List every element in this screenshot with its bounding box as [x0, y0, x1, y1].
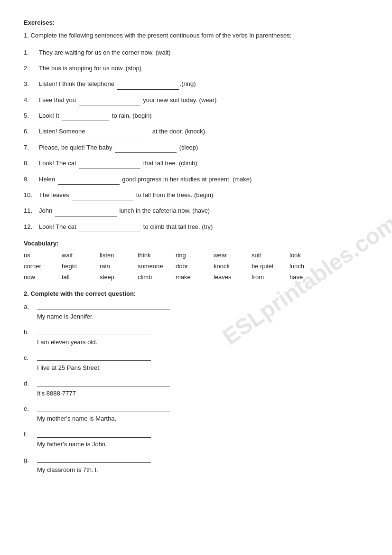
item-text-11: John lunch in the cafeteria now. (have) — [39, 205, 210, 216]
item-text-7: Please, be quiet! The baby (sleep) — [39, 142, 198, 153]
answer-text-b: I am eleven years old. — [37, 338, 368, 348]
q-letter-g: g. — [24, 456, 33, 463]
vocab-row-2: corner begin rain someone door knock be … — [24, 263, 368, 270]
blank-11[interactable] — [55, 210, 117, 216]
vocab-word-door: door — [176, 263, 214, 270]
vocabulary-section: Vocabulary: us wait listen think ring we… — [24, 240, 368, 281]
section2-instruction: 2. Complete with the correct question: — [24, 290, 368, 297]
blank-10[interactable] — [72, 194, 133, 200]
exercise-item-7: 7. Please, be quiet! The baby (sleep) — [24, 142, 368, 153]
item-text-8: Look! The cat that tall tree. (climb) — [39, 158, 197, 169]
blank-3[interactable] — [117, 83, 179, 90]
q-block-b: b. I am eleven years old. — [24, 329, 368, 348]
vocab-word-lunch: lunch — [289, 263, 327, 270]
exercise-item-5: 5. Look! It to rain. (begin) — [24, 110, 368, 121]
section2: 2. Complete with the correct question: a… — [24, 290, 368, 475]
vocab-word-us: us — [24, 252, 62, 259]
exercise-item-9: 9. Helen good progress in her studies at… — [24, 174, 368, 185]
item-num-1: 1. — [24, 47, 37, 58]
q-letter-a: a. — [24, 303, 33, 310]
answer-line-e[interactable] — [37, 405, 170, 412]
vocab-word-from: from — [252, 273, 289, 281]
answer-line-g[interactable] — [37, 456, 151, 463]
answer-text-f: My father's name is John. — [37, 440, 368, 450]
blank-12[interactable] — [79, 226, 140, 232]
exercise-item-6: 6. Listen! Someone at the door. (knock) — [24, 126, 368, 137]
vocab-word-tall: tall — [62, 273, 100, 281]
q-block-c: c. I live at 25 Paris Street. — [24, 354, 368, 373]
q-letter-d: d. — [24, 380, 33, 387]
vocab-word-corner: corner — [24, 263, 62, 270]
answer-text-a: My name is Jennifer. — [37, 312, 368, 322]
exercise-list: 1. They are waiting for us on the corner… — [24, 47, 368, 233]
item-text-2: The bus is stopping for us now. (stop) — [39, 63, 141, 74]
vocab-word-bequiet: be quiet — [252, 263, 289, 270]
section1-instruction: 1. Complete the following sentences with… — [24, 31, 368, 40]
answer-line-c[interactable] — [37, 354, 151, 361]
blank-9[interactable] — [58, 178, 120, 185]
item-text-4: I see that you your new suit today. (wea… — [39, 94, 216, 105]
exercise-item-3: 3. Listen! I think the telephone .(ring) — [24, 78, 368, 89]
item-text-5: Look! It to rain. (begin) — [39, 110, 152, 121]
item-text-9: Helen good progress in her studies at pr… — [39, 174, 252, 185]
item-num-7: 7. — [24, 142, 37, 153]
vocab-word-leaves: leaves — [214, 273, 252, 281]
vocab-word-have: have — [289, 273, 327, 281]
vocab-row-3: now tall sleep climb make leaves from ha… — [24, 273, 368, 281]
answer-line-f[interactable] — [37, 431, 151, 438]
item-num-11: 11. — [24, 205, 37, 216]
answer-text-d: It's 8888-7777 — [37, 389, 368, 399]
exercise-item-12: 12. Look! The cat to climb that tall tre… — [24, 221, 368, 232]
vocab-word-climb: climb — [138, 273, 176, 281]
q-block-d: d. It's 8888-7777 — [24, 380, 368, 399]
vocab-word-look: look — [289, 252, 327, 259]
item-text-6: Listen! Someone at the door. (knock) — [39, 126, 205, 137]
blank-8[interactable] — [79, 162, 140, 169]
vocab-label: Vocabulary: — [24, 240, 368, 247]
exercise-item-4: 4. I see that you your new suit today. (… — [24, 94, 368, 105]
vocab-word-ring: ring — [176, 252, 214, 259]
item-num-6: 6. — [24, 126, 37, 137]
vocab-word-suit: suit — [252, 252, 289, 259]
q-block-a: a. My name is Jennifer. — [24, 303, 368, 322]
item-num-3: 3. — [24, 78, 37, 89]
q-letter-c: c. — [24, 354, 33, 361]
item-num-12: 12. — [24, 221, 37, 232]
vocab-word-wear: wear — [214, 252, 252, 259]
q-line-a: a. — [24, 303, 368, 310]
vocab-word-now: now — [24, 273, 62, 281]
exercise-item-8: 8. Look! The cat that tall tree. (climb) — [24, 158, 368, 169]
vocab-word-make: make — [176, 273, 214, 281]
answer-line-d[interactable] — [37, 380, 170, 386]
item-num-4: 4. — [24, 94, 37, 105]
q-line-f: f. — [24, 431, 368, 438]
q-block-f: f. My father's name is John. — [24, 431, 368, 450]
vocab-row-1: us wait listen think ring wear suit look — [24, 252, 368, 259]
exercise-item-11: 11. John lunch in the cafeteria now. (ha… — [24, 205, 368, 216]
vocab-word-knock: knock — [214, 263, 252, 270]
exercise-item-10: 10. The leaves to fall from the trees. (… — [24, 189, 368, 200]
answer-text-c: I live at 25 Paris Street. — [37, 363, 368, 373]
vocab-word-begin: begin — [62, 263, 100, 270]
q-letter-f: f. — [24, 431, 33, 438]
blank-7[interactable] — [115, 146, 177, 153]
item-num-8: 8. — [24, 158, 37, 169]
q-letter-e: e. — [24, 405, 33, 412]
exercise-item-2: 2. The bus is stopping for us now. (stop… — [24, 63, 368, 74]
q-line-c: c. — [24, 354, 368, 361]
answer-line-a[interactable] — [37, 303, 170, 310]
item-text-12: Look! The cat to climb that tall tree. (… — [39, 221, 213, 232]
vocab-word-wait: wait — [62, 252, 100, 259]
blank-5[interactable] — [62, 114, 109, 121]
vocab-word-think: think — [138, 252, 176, 259]
q-letter-b: b. — [24, 329, 33, 336]
exercises-header: Exercises: — [24, 19, 368, 26]
q-line-d: d. — [24, 380, 368, 387]
blank-6[interactable] — [88, 131, 149, 137]
vocab-word-rain: rain — [100, 263, 138, 270]
item-text-3: Listen! I think the telephone .(ring) — [39, 78, 196, 89]
blank-4[interactable] — [79, 99, 140, 105]
item-num-9: 9. — [24, 174, 37, 185]
answer-line-b[interactable] — [37, 329, 151, 335]
item-num-5: 5. — [24, 110, 37, 121]
